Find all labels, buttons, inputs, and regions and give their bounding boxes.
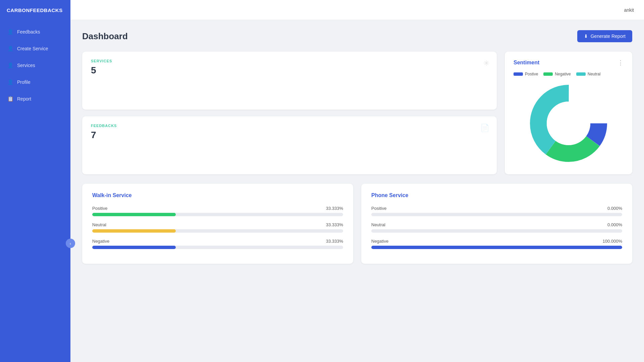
phone-neutral-track <box>371 229 622 233</box>
sidebar-item-services[interactable]: 👤 Services <box>0 57 70 74</box>
phone-negative-fill <box>371 246 622 249</box>
sidebar-item-feedbacks[interactable]: 👤 Feedbacks <box>0 23 70 40</box>
content-area: Dashboard ⬇ Generate Report SERVICES 5 ✳… <box>70 20 644 362</box>
topbar-username: ankit <box>624 7 634 13</box>
sentiment-card: Sentiment ⋮ Postive Negative Neutral <box>505 52 632 174</box>
legend-negative-dot <box>543 72 553 76</box>
walk-in-negative-fill <box>92 246 176 249</box>
stats-column: SERVICES 5 ✳ FEEDBACKS 7 📄 <box>82 52 497 174</box>
walk-in-negative-track <box>92 246 343 249</box>
legend-neutral-label: Neutral <box>588 72 601 76</box>
page-header: Dashboard ⬇ Generate Report <box>82 30 632 42</box>
walk-in-neutral-label-row: Neutral 33.333% <box>92 222 343 227</box>
phone-neutral-label: Neutral <box>371 222 385 227</box>
sidebar-label-feedbacks: Feedbacks <box>17 29 40 35</box>
generate-report-button[interactable]: ⬇ Generate Report <box>577 30 632 42</box>
services-breakdown-row: Walk-in Service Positive 33.333% Neutral <box>82 184 632 264</box>
phone-negative-value: 100.000% <box>602 239 622 244</box>
walk-in-neutral-row: Neutral 33.333% <box>92 222 343 233</box>
services-stat-icon: ✳ <box>483 59 489 68</box>
walk-in-positive-value: 33.333% <box>326 206 343 211</box>
sidebar-label-profile: Profile <box>17 79 31 85</box>
walk-in-neutral-value: 33.333% <box>326 222 343 227</box>
sentiment-header: Sentiment ⋮ <box>514 59 624 66</box>
phone-negative-label: Negative <box>371 239 388 244</box>
sentiment-legend: Postive Negative Neutral <box>514 72 624 76</box>
phone-negative-track <box>371 246 622 249</box>
sidebar-collapse-button[interactable]: ‹ <box>66 239 75 248</box>
walk-in-positive-label: Positive <box>92 206 108 211</box>
sidebar-label-create-service: Create Service <box>17 46 48 51</box>
legend-negative: Negative <box>543 72 571 76</box>
phone-positive-label-row: Positive 0.000% <box>371 206 622 211</box>
legend-positive-dot <box>514 72 523 76</box>
profile-icon: 👤 <box>7 79 14 85</box>
walk-in-neutral-fill <box>92 229 176 233</box>
services-icon: 👤 <box>7 62 14 68</box>
top-section: SERVICES 5 ✳ FEEDBACKS 7 📄 Sentiment ⋮ <box>82 52 632 174</box>
sidebar-label-report: Report <box>17 96 31 102</box>
donut-center <box>547 102 590 145</box>
phone-positive-row: Positive 0.000% <box>371 206 622 216</box>
create-service-icon: 👤 <box>7 46 14 52</box>
phone-neutral-value: 0.000% <box>607 222 622 227</box>
sidebar-item-profile[interactable]: 👤 Profile <box>0 74 70 90</box>
sidebar-item-report[interactable]: 📋 Report <box>0 90 70 107</box>
download-icon: ⬇ <box>584 34 588 39</box>
feedbacks-stat-value: 7 <box>91 130 488 140</box>
walk-in-negative-label: Negative <box>92 239 109 244</box>
phone-positive-value: 0.000% <box>607 206 622 211</box>
app-logo: CARBONFEEDBACKS <box>0 0 70 20</box>
walk-in-positive-label-row: Positive 33.333% <box>92 206 343 211</box>
walk-in-neutral-track <box>92 229 343 233</box>
sentiment-title: Sentiment <box>514 60 539 66</box>
legend-positive: Postive <box>514 72 538 76</box>
walk-in-positive-row: Positive 33.333% <box>92 206 343 216</box>
phone-neutral-row: Neutral 0.000% <box>371 222 622 233</box>
donut-chart <box>525 80 612 167</box>
sidebar-label-services: Services <box>17 63 35 68</box>
report-icon: 📋 <box>7 96 14 102</box>
phone-positive-label: Positive <box>371 206 387 211</box>
walk-in-positive-track <box>92 213 343 216</box>
feedbacks-stat-icon: 📄 <box>480 124 489 132</box>
walk-in-negative-row: Negative 33.333% <box>92 239 343 249</box>
legend-negative-label: Negative <box>555 72 571 76</box>
walk-in-negative-label-row: Negative 33.333% <box>92 239 343 244</box>
walk-in-positive-fill <box>92 213 176 216</box>
main-content: ankit Dashboard ⬇ Generate Report SERVIC… <box>70 0 644 362</box>
walk-in-negative-value: 33.333% <box>326 239 343 244</box>
sentiment-menu-icon[interactable]: ⋮ <box>618 59 624 66</box>
feedbacks-icon: 👤 <box>7 29 14 35</box>
phone-service-card: Phone Service Positive 0.000% Neutral 0 <box>361 184 632 264</box>
topbar: ankit <box>70 0 644 20</box>
sidebar-item-create-service[interactable]: 👤 Create Service <box>0 40 70 57</box>
sidebar-nav: 👤 Feedbacks 👤 Create Service 👤 Services … <box>0 23 70 107</box>
walk-in-service-title: Walk-in Service <box>92 192 343 198</box>
services-stat-label: SERVICES <box>91 59 488 63</box>
feedbacks-stat-label: FEEDBACKS <box>91 124 488 128</box>
walk-in-service-card: Walk-in Service Positive 33.333% Neutral <box>82 184 353 264</box>
legend-neutral-dot <box>576 72 586 76</box>
phone-positive-track <box>371 213 622 216</box>
phone-neutral-label-row: Neutral 0.000% <box>371 222 622 227</box>
services-stat-value: 5 <box>91 65 488 76</box>
legend-neutral: Neutral <box>576 72 601 76</box>
donut-chart-container <box>514 80 624 167</box>
phone-service-title: Phone Service <box>371 192 622 198</box>
sidebar: CARBONFEEDBACKS 👤 Feedbacks 👤 Create Ser… <box>0 0 70 362</box>
page-title: Dashboard <box>82 31 128 42</box>
phone-negative-label-row: Negative 100.000% <box>371 239 622 244</box>
services-stat-card: SERVICES 5 ✳ <box>82 52 497 110</box>
walk-in-neutral-label: Neutral <box>92 222 106 227</box>
feedbacks-stat-card: FEEDBACKS 7 📄 <box>82 116 497 174</box>
legend-positive-label: Postive <box>525 72 538 76</box>
phone-negative-row: Negative 100.000% <box>371 239 622 249</box>
